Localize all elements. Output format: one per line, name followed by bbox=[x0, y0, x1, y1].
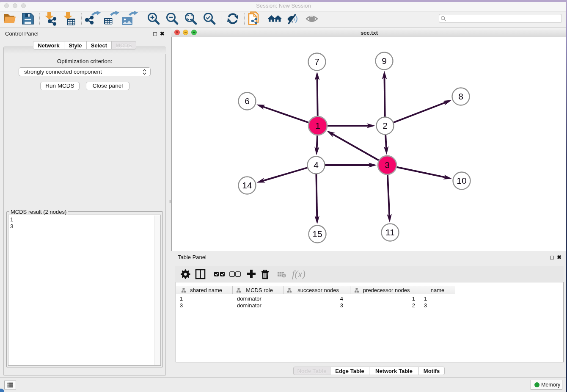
svg-text:7: 7 bbox=[314, 57, 319, 66]
svg-text:6: 6 bbox=[245, 96, 250, 106]
svg-text:14: 14 bbox=[242, 180, 252, 190]
svg-text:1: 1 bbox=[315, 121, 320, 130]
svg-text:15: 15 bbox=[312, 229, 322, 239]
svg-text:3: 3 bbox=[385, 160, 390, 170]
svg-text:2: 2 bbox=[383, 121, 388, 130]
svg-text:4: 4 bbox=[314, 160, 319, 170]
svg-text:8: 8 bbox=[458, 91, 463, 101]
svg-text:10: 10 bbox=[457, 176, 466, 185]
svg-text:9: 9 bbox=[382, 56, 387, 66]
svg-text:f(x): f(x) bbox=[292, 269, 306, 279]
svg-text:11: 11 bbox=[385, 227, 395, 237]
